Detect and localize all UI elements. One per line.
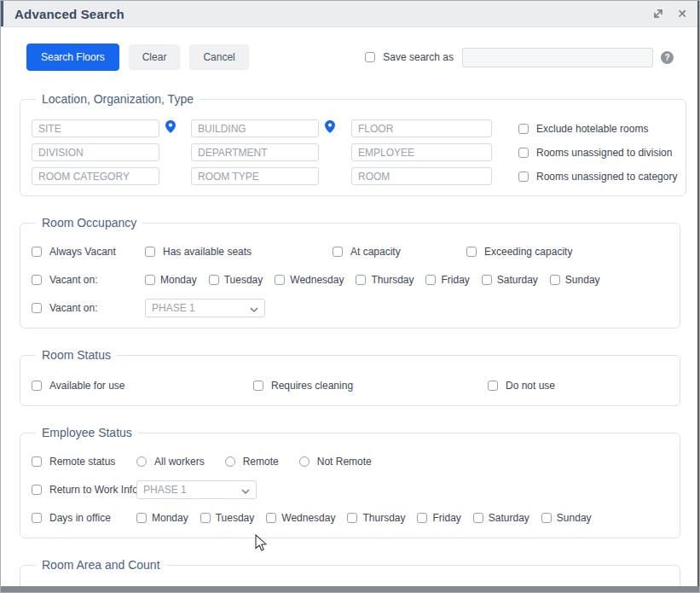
days-in-office-option: Days in office — [32, 512, 136, 524]
dialog-title: Advanced Search — [14, 7, 124, 21]
vacant-days-group: Monday Tuesday Wednesday Thursday Friday… — [145, 274, 600, 286]
clear-button[interactable]: Clear — [129, 44, 181, 70]
vacant-day-tuesday: Tuesday — [209, 274, 263, 286]
vacant-friday-checkbox[interactable] — [425, 275, 436, 285]
do-not-use-option: Do not use — [488, 380, 671, 392]
office-sunday-checkbox[interactable] — [541, 513, 552, 523]
building-input[interactable] — [191, 119, 319, 137]
floor-input[interactable] — [351, 119, 492, 137]
vacant-day-wednesday: Wednesday — [275, 274, 344, 286]
office-day-friday: Friday — [417, 512, 460, 524]
employee-input[interactable] — [351, 143, 492, 161]
map-pin-icon[interactable] — [325, 120, 335, 137]
vacant-wednesday-checkbox[interactable] — [275, 275, 285, 285]
site-input[interactable] — [32, 119, 159, 137]
division-input[interactable] — [32, 143, 159, 161]
section-employee-status-legend: Employee Status — [36, 426, 138, 439]
remote-status-checkbox[interactable] — [32, 456, 42, 467]
vacant-monday-checkbox[interactable] — [145, 275, 155, 285]
office-days-group: Monday Tuesday Wednesday Thursday Friday… — [136, 512, 592, 524]
section-area-count-legend: Room Area and Count — [36, 558, 166, 572]
chevron-down-icon — [250, 300, 258, 316]
vacant-day-friday: Friday — [425, 274, 469, 286]
return-to-work-option: Return to Work Info — [32, 484, 136, 496]
unassigned-category-label: Rooms unassigned to category — [536, 171, 677, 183]
office-day-wednesday: Wednesday — [266, 512, 335, 524]
office-wednesday-checkbox[interactable] — [266, 513, 276, 523]
dialog-body: Search Floors Clear Cancel Save search a… — [1, 27, 699, 593]
not-remote-radio[interactable] — [299, 456, 310, 467]
office-day-thursday: Thursday — [347, 512, 405, 524]
unassigned-division-checkbox[interactable] — [518, 148, 529, 158]
office-thursday-checkbox[interactable] — [347, 513, 357, 523]
office-day-tuesday: Tuesday — [200, 512, 255, 524]
office-day-saturday: Saturday — [473, 512, 529, 524]
vacant-day-thursday: Thursday — [356, 274, 414, 286]
has-available-seats-option: Has available seats — [145, 246, 333, 258]
exceeding-capacity-checkbox[interactable] — [466, 247, 477, 257]
available-for-use-option: Available for use — [32, 380, 253, 392]
remote-status-radio-group: All workers Remote Not Remote — [136, 456, 372, 468]
vacant-day-monday: Monday — [145, 274, 197, 286]
has-available-seats-checkbox[interactable] — [145, 247, 155, 257]
unassigned-division-label: Rooms unassigned to division — [536, 147, 672, 159]
close-icon[interactable]: ✕ — [677, 8, 687, 20]
remote-option: Remote — [225, 456, 279, 468]
office-tuesday-checkbox[interactable] — [200, 513, 211, 523]
vacant-tuesday-checkbox[interactable] — [209, 275, 219, 285]
department-input[interactable] — [191, 143, 319, 161]
save-search-input[interactable] — [462, 48, 653, 67]
titlebar: Advanced Search ✕ — [1, 1, 699, 27]
office-friday-checkbox[interactable] — [417, 513, 427, 523]
return-to-work-checkbox[interactable] — [32, 485, 42, 495]
cancel-button[interactable]: Cancel — [189, 44, 248, 70]
vacant-thursday-checkbox[interactable] — [356, 275, 366, 285]
exclude-hotelable-checkbox[interactable] — [518, 124, 529, 134]
requires-cleaning-checkbox[interactable] — [253, 381, 263, 391]
vacant-saturday-checkbox[interactable] — [482, 275, 492, 285]
at-capacity-option: At capacity — [333, 246, 466, 258]
section-occupancy-legend: Room Occupancy — [36, 216, 142, 230]
not-remote-option: Not Remote — [299, 456, 372, 468]
office-day-sunday: Sunday — [541, 512, 592, 524]
room-category-input[interactable] — [32, 167, 159, 185]
toolbar: Search Floors Clear Cancel Save search a… — [20, 44, 680, 71]
save-search-area: Save search as ? — [365, 48, 674, 67]
advanced-search-dialog: Advanced Search ✕ Search Floors Clear Ca… — [0, 0, 700, 593]
window-right-edge — [697, 1, 699, 586]
always-vacant-option: Always Vacant — [32, 246, 145, 258]
days-in-office-checkbox[interactable] — [32, 513, 42, 523]
resize-diagonal-icon[interactable] — [652, 8, 664, 20]
do-not-use-checkbox[interactable] — [488, 381, 498, 391]
return-to-work-phase-select[interactable]: PHASE 1 — [136, 480, 257, 499]
unassigned-category-option: Rooms unassigned to category — [518, 171, 677, 183]
available-for-use-checkbox[interactable] — [32, 381, 42, 391]
at-capacity-checkbox[interactable] — [333, 247, 343, 257]
all-workers-option: All workers — [136, 456, 205, 468]
map-pin-icon[interactable] — [165, 120, 176, 137]
section-occupancy: Room Occupancy Always Vacant Has availab… — [20, 216, 680, 328]
always-vacant-checkbox[interactable] — [32, 247, 42, 257]
vacant-phase-select[interactable]: PHASE 1 — [145, 299, 265, 317]
exceeding-capacity-option: Exceeding capacity — [466, 246, 572, 258]
room-input[interactable] — [351, 167, 492, 185]
all-workers-radio[interactable] — [136, 456, 147, 467]
section-location: Location, Organization, Type — [20, 92, 686, 196]
unassigned-category-checkbox[interactable] — [518, 172, 529, 182]
exclude-hotelable-option: Exclude hotelable rooms — [518, 123, 677, 135]
remote-status-option: Remote status — [32, 456, 136, 468]
save-search-checkbox[interactable] — [365, 52, 375, 62]
vacant-on-days-option: Vacant on: — [32, 274, 145, 286]
vacant-on-days-checkbox[interactable] — [32, 275, 42, 285]
chevron-down-icon — [241, 482, 250, 497]
office-saturday-checkbox[interactable] — [473, 513, 483, 523]
section-room-status-legend: Room Status — [36, 348, 117, 362]
vacant-on-phase-checkbox[interactable] — [32, 303, 42, 313]
vacant-on-phase-option: Vacant on: — [32, 302, 145, 314]
office-monday-checkbox[interactable] — [136, 513, 147, 523]
search-floors-button[interactable]: Search Floors — [26, 44, 119, 71]
remote-radio[interactable] — [225, 456, 235, 467]
help-icon[interactable]: ? — [661, 51, 674, 64]
room-type-input[interactable] — [191, 167, 319, 185]
vacant-sunday-checkbox[interactable] — [550, 275, 560, 285]
